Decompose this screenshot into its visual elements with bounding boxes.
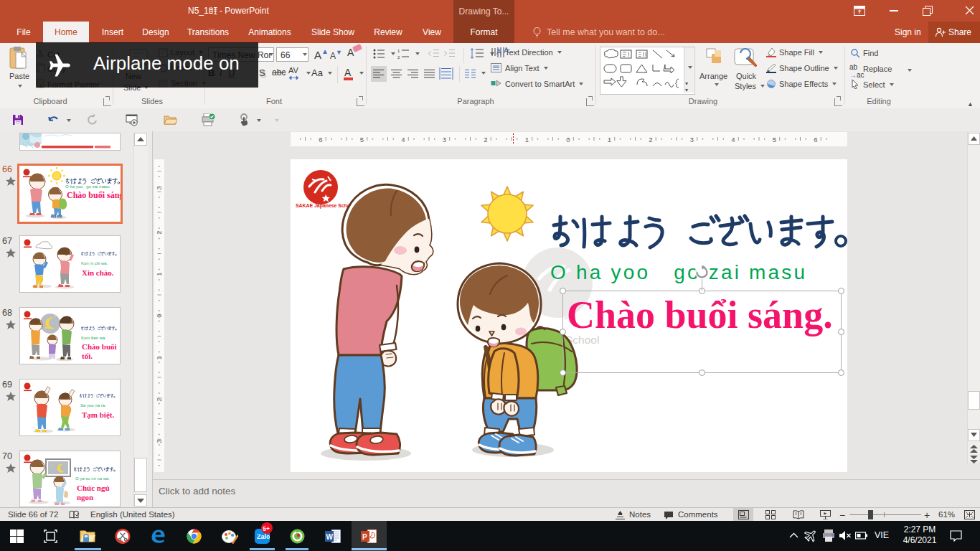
svg-text:Chào buổi: Chào buổi — [82, 342, 117, 351]
svg-text:Chào buổi sáng.: Chào buổi sáng. — [67, 190, 121, 200]
svg-text:3: 3 — [155, 439, 163, 443]
svg-text:tối.: tối. — [82, 352, 93, 360]
svg-text:Zalo: Zalo — [257, 533, 270, 540]
svg-text:Tạm biệt.: Tạm biệt. — [82, 410, 114, 419]
svg-text:Sa yoo na ra.: Sa yoo na ra. — [80, 403, 106, 408]
svg-text:A: A — [496, 48, 501, 56]
svg-text:O ha yoo go zai masu: O ha yoo go zai masu — [65, 184, 110, 189]
svg-text:2: 2 — [155, 230, 163, 234]
svg-text:O ya su mi na sai.: O ya su mi na sai. — [75, 476, 110, 481]
svg-text:1: 1 — [397, 49, 400, 53]
svg-text:W: W — [326, 533, 334, 541]
svg-text:Xin chào.: Xin chào. — [82, 268, 114, 277]
svg-text:SAKAE Japanese School: SAKAE Japanese School — [296, 203, 354, 209]
svg-text:ngon: ngon — [77, 493, 93, 501]
svg-text:Chúc ngủ: Chúc ngủ — [77, 484, 110, 492]
svg-text:5+: 5+ — [263, 525, 270, 532]
svg-text:Kon ni chi wa.: Kon ni chi wa. — [81, 261, 108, 265]
svg-text:2: 2 — [397, 55, 400, 60]
svg-text:P: P — [362, 533, 367, 541]
svg-text:Kom ban wa.: Kom ban wa. — [81, 336, 106, 340]
